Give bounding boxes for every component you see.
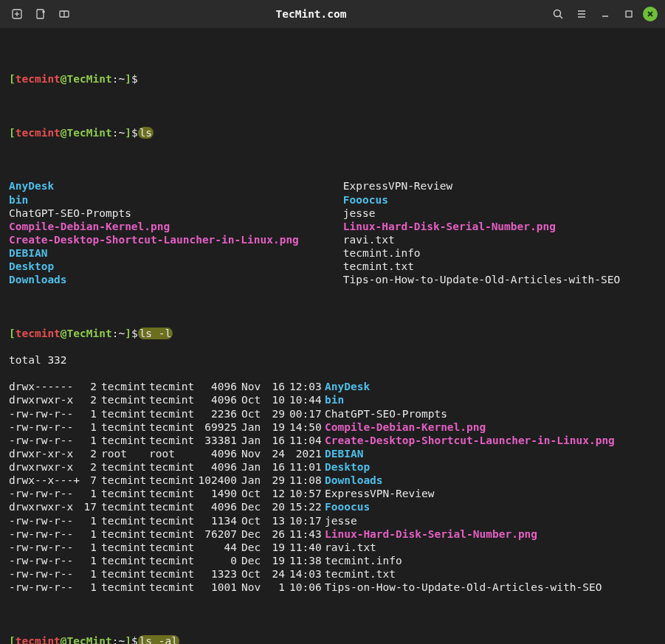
menu-button[interactable]	[572, 4, 591, 24]
highlight-ls: ls	[138, 127, 154, 139]
new-tab-button[interactable]	[7, 4, 27, 24]
terminal-output[interactable]: [tecmint@TecMint:~]$ [tecmint@TecMint:~]…	[0, 28, 665, 644]
ls-long-row: drwx--x---+7tecminttecmint102400Jan2911:…	[9, 474, 656, 487]
ls-item: DEBIAN	[9, 246, 299, 260]
ls-long-row: drwxrwxr-x2tecminttecmint4096Jan1611:01D…	[9, 460, 656, 474]
ls-item: Desktop	[9, 260, 299, 273]
ls-item: Create-Desktop-Shortcut-Launcher-in-Linu…	[9, 233, 299, 246]
toggle-split-button[interactable]	[55, 4, 74, 24]
svg-rect-3	[37, 10, 44, 18]
highlight-lsl: ls -l	[138, 328, 173, 339]
ls-long-row: -rw-rw-r--1tecminttecmint33381Jan1611:04…	[9, 434, 656, 447]
titlebar: TecMint.com	[0, 0, 665, 28]
search-button[interactable]	[548, 4, 568, 24]
ls-item: Compile-Debian-Kernel.png	[9, 220, 299, 233]
ls-item: Linux-Hard-Disk-Serial-Number.png	[343, 220, 620, 233]
window-title: TecMint.com	[275, 7, 346, 21]
ls-item: Tips-on-How-to-Update-Old-Articles-with-…	[343, 273, 620, 286]
close-button[interactable]	[643, 7, 658, 21]
ls-long-row: drwxrwxr-x17tecminttecmint4096Dec2015:22…	[9, 500, 656, 513]
ls-item: tecmint.info	[343, 246, 620, 260]
ls-long-row: drwxr-xr-x2rootroot4096Nov24 2021DEBIAN	[9, 447, 656, 460]
svg-line-9	[560, 16, 563, 19]
highlight-lsal: ls -al	[138, 635, 179, 644]
ls-item: Downloads	[9, 273, 299, 286]
ls-item: jesse	[343, 207, 620, 220]
minimize-button[interactable]	[596, 4, 615, 24]
prompt-line: [tecmint@TecMint:~]$	[9, 72, 656, 86]
ls-long-row: drwx------2tecminttecmint4096Nov1612:03A…	[9, 380, 656, 393]
ls-long-row: -rw-rw-r--1tecminttecmint44Dec1911:40rav…	[9, 541, 656, 554]
prompt-line-ls: [tecmint@TecMint:~]$ls	[9, 126, 656, 139]
maximize-button[interactable]	[619, 4, 638, 24]
ls-item: Fooocus	[343, 193, 620, 207]
ls-long-row: -rw-rw-r--1tecminttecmint69925Jan1914:50…	[9, 420, 656, 434]
ls-long-row: drwxrwxr-x2tecminttecmint4096Oct1010:44b…	[9, 393, 656, 406]
ls-long-row: -rw-rw-r--1tecminttecmint1001Nov110:06Ti…	[9, 581, 656, 594]
ls-item: ExpressVPN-Review	[343, 179, 620, 193]
ls-long-row: -rw-rw-r--1tecminttecmint76207Dec2611:43…	[9, 527, 656, 541]
ls-item: ChatGPT-SEO-Prompts	[9, 207, 299, 220]
svg-point-8	[554, 10, 561, 17]
ls-short-output: AnyDeskbinChatGPT-SEO-PromptsCompile-Deb…	[9, 179, 656, 286]
ls-item: tecmint.txt	[343, 260, 620, 273]
ls-long-row: -rw-rw-r--1tecminttecmint0Dec1911:38tecm…	[9, 554, 656, 567]
ls-l-total: total 332	[9, 353, 656, 367]
ls-long-row: -rw-rw-r--1tecminttecmint1323Oct2414:03t…	[9, 567, 656, 581]
ls-l-output: drwx------2tecminttecmint4096Nov1612:03A…	[9, 380, 656, 594]
svg-rect-14	[626, 11, 632, 17]
prompt-line-lsal: [tecmint@TecMint:~]$ls -al	[9, 634, 656, 644]
prompt-line-lsl: [tecmint@TecMint:~]$ls -l	[9, 327, 656, 340]
ls-item: bin	[9, 193, 299, 207]
ls-long-row: -rw-rw-r--1tecminttecmint2236Oct2900:17C…	[9, 407, 656, 420]
ls-long-row: -rw-rw-r--1tecminttecmint1490Oct1210:57E…	[9, 487, 656, 500]
ls-item: ravi.txt	[343, 233, 620, 246]
ls-long-row: -rw-rw-r--1tecminttecmint1134Oct1310:17j…	[9, 514, 656, 527]
ls-item: AnyDesk	[9, 179, 299, 193]
new-window-button[interactable]	[31, 4, 50, 24]
